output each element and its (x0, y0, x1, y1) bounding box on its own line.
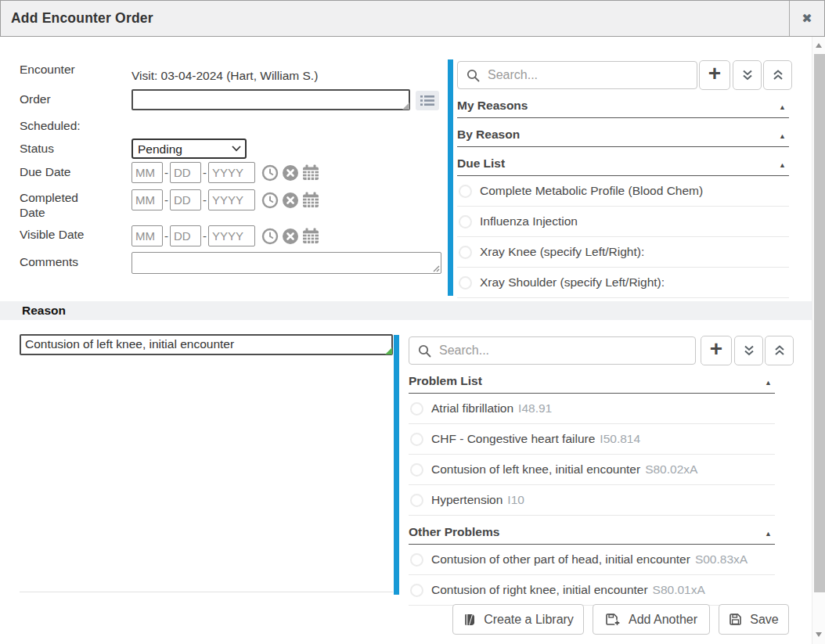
clear-date-icon[interactable] (282, 164, 299, 182)
list-item[interactable]: CHF - Congestive heart failureI50.814 (409, 424, 775, 455)
radio-icon[interactable] (410, 433, 423, 446)
list-item[interactable]: HypertensionI10 (409, 485, 775, 516)
list-item[interactable]: Xray Shoulder (specify Left/Right): (457, 268, 789, 298)
close-icon: ✖ (802, 11, 812, 26)
add-problem-button[interactable]: + (701, 336, 732, 365)
item-label: Contusion of left knee, initial encounte… (431, 462, 640, 477)
radio-icon[interactable] (410, 494, 423, 507)
problems-panel: + Problem List▲Atrial fibrillationI48.91… (394, 335, 790, 596)
resize-grip-icon[interactable] (385, 347, 392, 354)
section-header[interactable]: My Reasons▲ (457, 92, 789, 118)
item-label: Xray Knee (specify Left/Right): (480, 245, 644, 259)
due-date-day-input[interactable] (170, 162, 201, 183)
close-button[interactable]: ✖ (790, 1, 824, 36)
add-another-button[interactable]: Add Another (593, 604, 710, 635)
radio-icon[interactable] (410, 553, 423, 567)
order-list-button[interactable] (416, 91, 439, 110)
calendar-icon[interactable] (302, 164, 319, 181)
radio-icon[interactable] (410, 463, 423, 477)
problems-section-list: Problem List▲Atrial fibrillationI48.91CH… (409, 368, 775, 606)
radio-icon[interactable] (459, 276, 472, 290)
collapse-caret-icon[interactable]: ▲ (779, 161, 786, 169)
collapse-caret-icon[interactable]: ▲ (765, 379, 772, 387)
add-reason-button[interactable]: + (699, 60, 730, 90)
list-item[interactable]: Influenza Injection (457, 207, 789, 237)
create-library-button[interactable]: Create a Library (452, 604, 584, 635)
item-label: Contusion of right knee, initial encount… (431, 583, 648, 597)
resize-grip-icon[interactable] (402, 103, 409, 110)
visible-date-year-input[interactable] (208, 225, 255, 246)
due-date-year-input[interactable] (208, 162, 255, 183)
collapse-caret-icon[interactable]: ▲ (779, 103, 786, 111)
add-another-label: Add Another (629, 613, 697, 627)
save-button[interactable]: Save (719, 604, 789, 635)
status-select-wrap: Pending (131, 139, 247, 159)
order-input[interactable] (131, 89, 410, 110)
item-code: I10 (507, 493, 524, 507)
clock-icon[interactable] (261, 228, 279, 245)
collapse-caret-icon[interactable]: ▲ (765, 530, 772, 538)
clear-date-icon[interactable] (282, 192, 299, 209)
clear-date-icon[interactable] (282, 228, 299, 245)
radio-icon[interactable] (459, 215, 472, 228)
panel-accent-bar (448, 59, 453, 296)
expand-all-button[interactable] (733, 60, 762, 90)
scroll-up-icon[interactable] (816, 43, 822, 48)
item-code: I50.814 (600, 432, 640, 446)
section-header[interactable]: Due List▲ (457, 147, 789, 176)
calendar-icon[interactable] (302, 228, 319, 244)
due-date-label: Due Date (20, 164, 70, 179)
collapse-all-button[interactable] (763, 60, 792, 90)
radio-icon[interactable] (459, 246, 472, 259)
chevron-double-up-icon (773, 344, 787, 357)
order-field-wrap (131, 89, 410, 110)
scrollbar-thumb[interactable] (814, 54, 825, 592)
completed-date-year-input[interactable] (208, 189, 255, 210)
clock-icon[interactable] (261, 192, 279, 209)
date-separator: - (164, 229, 168, 243)
calendar-icon[interactable] (302, 192, 319, 208)
chevron-double-down-icon (740, 69, 755, 81)
radio-icon[interactable] (459, 185, 472, 198)
chevron-double-down-icon (742, 344, 756, 357)
book-icon (463, 613, 476, 626)
due-date-month-input[interactable] (131, 162, 163, 183)
list-item[interactable]: Xray Knee (specify Left/Right): (457, 237, 789, 268)
radio-icon[interactable] (410, 402, 423, 416)
scroll-down-icon[interactable] (816, 632, 822, 637)
visible-date-month-input[interactable] (131, 225, 163, 246)
expand-all-button[interactable] (734, 336, 763, 365)
list-item[interactable]: Contusion of right knee, initial encount… (409, 575, 775, 606)
comments-label: Comments (20, 254, 78, 269)
list-item[interactable]: Complete Metabolic Profile (Blood Chem) (457, 176, 789, 207)
save-plus-icon (605, 613, 621, 626)
item-code: S00.83xA (695, 552, 748, 567)
item-label: Xray Shoulder (specify Left/Right): (480, 275, 665, 290)
comments-input[interactable] (131, 252, 441, 274)
collapse-all-button[interactable] (765, 336, 794, 365)
item-label: Hypertension (431, 493, 503, 507)
scrollbar[interactable] (812, 37, 825, 644)
reason-input[interactable]: Contusion of left knee, initial encounte… (20, 334, 393, 355)
list-item[interactable]: Contusion of left knee, initial encounte… (409, 455, 775, 485)
reasons-search-input[interactable] (486, 67, 697, 83)
date-separator: - (164, 166, 168, 179)
visible-date-day-input[interactable] (170, 225, 201, 246)
reasons-search-box (457, 61, 697, 89)
section-header[interactable]: Problem List▲ (409, 368, 775, 394)
item-label: Contusion of other part of head, initial… (431, 552, 690, 567)
status-select[interactable]: Pending (131, 139, 247, 159)
resize-grip-icon[interactable] (433, 265, 440, 272)
list-item[interactable]: Contusion of other part of head, initial… (409, 545, 775, 575)
radio-icon[interactable] (410, 584, 423, 597)
completed-date-day-input[interactable] (170, 189, 201, 210)
section-header[interactable]: By Reason▲ (457, 118, 789, 147)
encounter-label: Encounter (20, 62, 75, 77)
completed-date-month-input[interactable] (131, 189, 163, 210)
item-code: I48.91 (518, 401, 552, 416)
list-item[interactable]: Atrial fibrillationI48.91 (409, 394, 775, 424)
section-header[interactable]: Other Problems▲ (409, 516, 775, 545)
problems-search-input[interactable] (438, 343, 695, 358)
collapse-caret-icon[interactable]: ▲ (779, 132, 786, 140)
clock-icon[interactable] (261, 164, 279, 182)
